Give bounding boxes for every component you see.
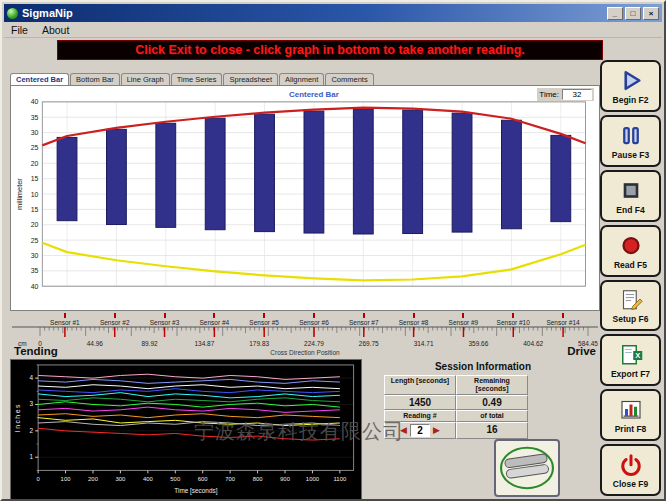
sensor-label: Sensor #3 xyxy=(140,313,190,326)
tab-line-graph[interactable]: Line Graph xyxy=(121,73,170,85)
svg-text:30: 30 xyxy=(31,252,39,259)
tab-comments[interactable]: Comments xyxy=(325,73,373,85)
svg-text:600: 600 xyxy=(198,476,209,482)
reading-next-button[interactable]: ▶ xyxy=(433,426,440,435)
sensor-tick-mark xyxy=(263,313,265,318)
sidebar-button-label: Begin F2 xyxy=(613,95,649,105)
svg-text:700: 700 xyxy=(225,476,236,482)
message-banner: Click Exit to close - click graph in bot… xyxy=(57,40,603,60)
nip-rolls-logo xyxy=(494,439,560,497)
reading-prev-button[interactable]: ◀ xyxy=(400,426,407,435)
window-title: SigmaNip xyxy=(22,7,603,19)
svg-text:Centered Bar: Centered Bar xyxy=(289,90,339,99)
excel-icon: X xyxy=(616,341,646,369)
svg-text:1000: 1000 xyxy=(306,476,320,482)
svg-text:25: 25 xyxy=(31,237,39,244)
power-icon xyxy=(616,451,646,479)
sensor-label: Sensor #10 xyxy=(488,313,538,326)
svg-text:30: 30 xyxy=(31,129,39,136)
time-label: Time: xyxy=(539,90,559,99)
svg-text:500: 500 xyxy=(170,476,181,482)
reading-navigator: ◀ 2 ▶ xyxy=(384,422,456,439)
print-button[interactable]: Print F8 xyxy=(600,389,661,441)
reading-number-header: Reading # xyxy=(384,410,456,422)
svg-text:20: 20 xyxy=(31,160,39,167)
menu-about[interactable]: About xyxy=(35,24,76,36)
tab-alignment[interactable]: Alignment xyxy=(279,73,324,85)
sensor-tick-mark xyxy=(213,313,215,318)
svg-text:4: 4 xyxy=(30,374,34,381)
menu-bar: FileAbout xyxy=(4,23,662,38)
play-icon xyxy=(616,67,646,95)
svg-text:millimeter: millimeter xyxy=(15,178,24,210)
time-series-chart[interactable]: 4321010020030040050060070080090010001100… xyxy=(11,360,361,499)
svg-text:20: 20 xyxy=(31,221,39,228)
svg-text:40: 40 xyxy=(31,98,39,105)
sensor-label: Sensor #1 xyxy=(40,313,90,326)
sensor-label: Sensor #9 xyxy=(439,313,489,326)
sensor-tick-mark xyxy=(562,313,564,318)
session-grid: Length [seconds] Remaining [seconds] 145… xyxy=(384,375,600,439)
sidebar: Begin F2Pause F3End F4Read F5Setup F6XEx… xyxy=(600,60,661,496)
close-button[interactable]: × xyxy=(643,7,659,20)
svg-text:35: 35 xyxy=(31,267,39,274)
svg-text:1: 1 xyxy=(30,453,34,460)
nip-rolls-logo-image xyxy=(498,443,556,493)
sensor-label-row: Sensor #1Sensor #2Sensor #3Sensor #4Sens… xyxy=(40,313,588,326)
sensor-tick-mark xyxy=(114,313,116,318)
sidebar-button-label: Pause F3 xyxy=(612,150,649,160)
centered-bar-chart: 40353025201510152025303540millimeterCent… xyxy=(11,86,599,310)
sensor-label: Sensor #7 xyxy=(339,313,389,326)
pause-icon xyxy=(616,122,646,150)
reading-number-value: 2 xyxy=(410,424,430,437)
export-button[interactable]: XExport F7 xyxy=(600,334,661,386)
sensor-label: Sensor #4 xyxy=(189,313,239,326)
sensor-label: Sensor #5 xyxy=(239,313,289,326)
tab-time-series[interactable]: Time Series xyxy=(171,73,223,85)
sensor-tick-mark xyxy=(64,313,66,318)
setup-button[interactable]: Setup F6 xyxy=(600,280,661,332)
svg-text:Inches: Inches xyxy=(14,403,21,432)
sidebar-button-label: Export F7 xyxy=(611,369,650,379)
time-value: 32 xyxy=(562,89,592,100)
svg-text:800: 800 xyxy=(253,476,264,482)
app-icon xyxy=(7,8,18,19)
svg-text:200: 200 xyxy=(88,476,99,482)
sidebar-button-label: End F4 xyxy=(616,205,644,215)
svg-text:Time [seconds]: Time [seconds] xyxy=(174,487,217,495)
tab-centered-bar[interactable]: Centered Bar xyxy=(10,73,69,85)
sensor-tick-mark xyxy=(413,313,415,318)
tab-bottom-bar[interactable]: Bottom Bar xyxy=(70,73,120,85)
sensor-label: Sensor #6 xyxy=(289,313,339,326)
session-title: Session Information xyxy=(366,361,600,372)
svg-text:100: 100 xyxy=(61,476,72,482)
pause-button[interactable]: Pause F3 xyxy=(600,115,661,167)
read-button[interactable]: Read F5 xyxy=(600,225,661,277)
begin-button[interactable]: Begin F2 xyxy=(600,60,661,112)
time-series-panel[interactable]: 4321010020030040050060070080090010001100… xyxy=(10,359,362,500)
svg-text:3: 3 xyxy=(30,400,34,407)
menu-file[interactable]: File xyxy=(4,24,35,36)
sidebar-button-label: Setup F6 xyxy=(613,314,649,324)
window-controls: _ □ × xyxy=(607,7,659,20)
titlebar: SigmaNip _ □ × xyxy=(4,4,662,22)
time-box: Time: 32 xyxy=(537,88,594,101)
record-icon xyxy=(616,232,646,260)
end-button[interactable]: End F4 xyxy=(600,170,661,222)
svg-text:40: 40 xyxy=(31,283,39,290)
total-readings-value: 16 xyxy=(456,422,528,439)
sensor-tick-mark xyxy=(164,313,166,318)
sensor-label: Sensor #8 xyxy=(389,313,439,326)
length-value: 1450 xyxy=(384,395,456,410)
stop-icon xyxy=(616,177,646,205)
remaining-header: Remaining [seconds] xyxy=(456,375,528,395)
sidebar-button-label: Close F9 xyxy=(613,479,648,489)
maximize-button[interactable]: □ xyxy=(625,7,641,20)
close-button[interactable]: Close F9 xyxy=(600,444,661,496)
tab-spreadsheet[interactable]: Spreadsheet xyxy=(223,73,278,85)
sidebar-button-label: Print F8 xyxy=(615,424,647,434)
svg-text:10: 10 xyxy=(31,191,39,198)
centered-bar-panel: 40353025201510152025303540millimeterCent… xyxy=(10,85,600,311)
minimize-button[interactable]: _ xyxy=(607,7,623,20)
chart-print-icon xyxy=(616,396,646,424)
